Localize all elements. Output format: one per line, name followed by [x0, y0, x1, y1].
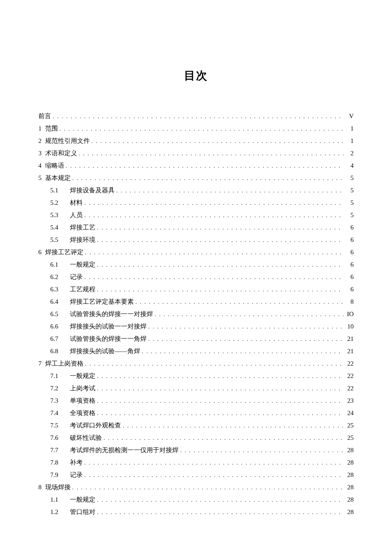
toc-leader-dots: [84, 472, 343, 478]
toc-leader-dots: [84, 274, 343, 280]
toc-entry-number: 7.6: [50, 435, 70, 441]
toc-leader-dots: [97, 287, 343, 292]
toc-entry: 1范围1: [38, 125, 354, 132]
toc-leader-dots: [97, 410, 343, 416]
toc-entry-page: 6: [345, 237, 354, 243]
toc-leader-dots: [97, 497, 343, 503]
toc-leader-dots: [104, 435, 343, 441]
toc-entry-label: 一般规定: [70, 373, 95, 379]
toc-entry-number: 7.8: [50, 459, 70, 466]
toc-entry-number: 6.3: [50, 286, 70, 293]
toc-entry-page: 5: [345, 212, 354, 218]
toc-entry-number: 5.3: [50, 212, 70, 218]
toc-entry-page: IO: [345, 311, 354, 317]
toc-leader-dots: [92, 138, 344, 144]
toc-entry-page: 25: [345, 435, 354, 441]
toc-entry: 6.1一般规定6: [38, 262, 354, 268]
toc-leader-dots: [97, 509, 343, 515]
toc-entry: 7.2上岗考试22: [38, 385, 354, 392]
toc-entry-label: 焊接工艺: [70, 224, 95, 231]
toc-leader-dots: [72, 175, 344, 181]
toc-leader-dots: [97, 225, 343, 230]
toc-entry-number: 5.4: [50, 224, 70, 231]
toc-entry-page: 22: [345, 373, 354, 379]
toc-leader-dots: [97, 398, 343, 404]
toc-entry: 5.2材料5: [38, 200, 354, 206]
toc-entry-label: 管口组对: [70, 509, 95, 515]
toc-entry-page: 22: [345, 360, 354, 367]
toc-leader-dots: [116, 188, 343, 193]
toc-entry: 1.1一般规定28: [38, 497, 354, 503]
toc-entry-number: 1.2: [50, 509, 70, 515]
toc-leader-dots: [135, 299, 343, 305]
toc-entry: 6.5试验管接头的焊接一一对接焊IO: [38, 311, 354, 317]
toc-entry-page: 28: [345, 472, 354, 478]
toc-entry-page: 1: [345, 138, 354, 144]
toc-entry: 7.7考试焊件的无损检测一一仅用于对接焊28: [38, 447, 354, 453]
toc-leader-dots: [79, 151, 344, 156]
toc-entry: 5.3人员5: [38, 212, 354, 218]
toc-entry: 8现场焊接28: [38, 484, 354, 491]
toc-entry-label: 考试焊件的无损检测一一仅用于对接焊: [70, 447, 179, 453]
toc-entry: 7.9记录28: [38, 472, 354, 478]
toc-entry: 6.7试验管接头的焊接一一角焊21: [38, 336, 354, 342]
toc-entry-page: 8: [345, 299, 354, 305]
toc-entry-page: 25: [345, 422, 354, 429]
toc-entry-label: 现场焊接: [45, 484, 71, 491]
toc-entry-number: 6.8: [50, 348, 70, 355]
toc-entry-number: 7.2: [50, 385, 70, 392]
toc-title: 目次: [38, 68, 354, 83]
toc-leader-dots: [84, 212, 343, 218]
toc-entry-page: 21: [345, 336, 354, 342]
toc-entry-page: 4: [345, 163, 354, 169]
toc-entry-page: 28: [345, 497, 354, 503]
toc-entry-label: 记录: [70, 472, 83, 478]
toc-leader-dots: [97, 262, 343, 267]
toc-entry-page: 5: [345, 200, 354, 206]
toc-entry-number: 4: [38, 163, 45, 169]
toc-entry-label: 缩略语: [45, 163, 64, 169]
toc-entry-page: 5: [345, 175, 354, 181]
toc-entry-label: 基本规定: [45, 175, 71, 181]
toc-entry: 6.6焊接接头的试验一一对接焊10: [38, 323, 354, 330]
toc-entry-page: 22: [345, 385, 354, 392]
toc-entry-page: 24: [345, 410, 354, 416]
toc-leader-dots: [180, 447, 343, 453]
toc-entry-label: 人员: [70, 212, 83, 218]
toc-leader-dots: [97, 237, 343, 243]
toc-leader-dots: [148, 336, 343, 342]
toc-entry-number: 7.4: [50, 410, 70, 416]
toc-entry-page: 6: [345, 249, 354, 256]
toc-entry: 5 基本规定5: [38, 175, 354, 181]
toc-entry-label: 焊接工艺评定: [45, 249, 84, 256]
table-of-contents: 前言V1范围12规范性引用文件13 术语和定义24缩略语45 基本规定55.1焊…: [38, 113, 354, 515]
toc-entry-label: 焊接环境: [70, 237, 95, 243]
toc-entry-label: 焊接设备及器具: [70, 187, 115, 194]
toc-leader-dots: [85, 361, 344, 366]
toc-entry: 7.1一般规定22: [38, 373, 354, 379]
toc-entry-number: 7.1: [50, 373, 70, 379]
toc-entry-number: 5: [38, 175, 45, 181]
toc-entry-page: 21: [345, 348, 354, 355]
toc-entry-page: 28: [345, 484, 354, 491]
toc-entry-page: 10: [345, 323, 354, 330]
toc-leader-dots: [84, 460, 343, 465]
toc-entry-label: 一般规定: [70, 497, 95, 503]
toc-entry-label: 焊接接头的试验一一对接焊: [70, 323, 147, 330]
toc-entry: 4缩略语4: [38, 163, 354, 169]
toc-entry: 1.2管口组对28: [38, 509, 354, 515]
toc-entry: 7.4全项资格24: [38, 410, 354, 416]
toc-entry-number: 6.7: [50, 336, 70, 342]
toc-entry-page: 2: [345, 150, 354, 157]
toc-entry-label: 规范性引用文件: [45, 138, 90, 144]
toc-leader-dots: [155, 311, 343, 317]
toc-entry-number: 1: [38, 125, 45, 132]
toc-leader-dots: [53, 113, 343, 119]
toc-entry-page: V: [345, 113, 354, 119]
toc-entry: 6.3工艺规程6: [38, 286, 354, 293]
toc-entry-page: 23: [345, 398, 354, 404]
toc-entry: 5.1焊接设备及器具5: [38, 187, 354, 194]
toc-entry-label: 试验管接头的焊接一一对接焊: [70, 311, 153, 317]
toc-entry-page: 6: [345, 274, 354, 280]
document-page: 目次 前言V1范围12规范性引用文件13 术语和定义24缩略语45 基本规定55…: [0, 0, 392, 555]
